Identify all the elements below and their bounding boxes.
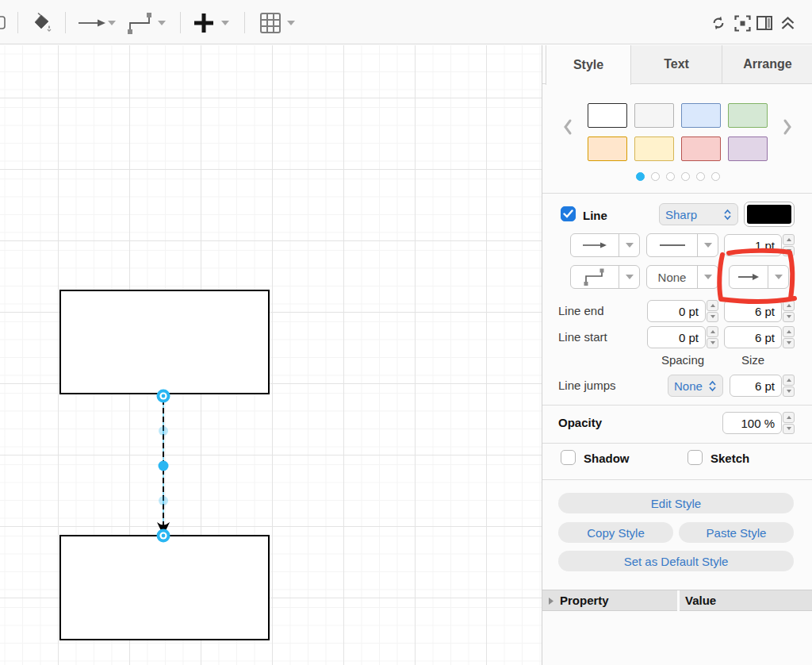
opacity-stepper[interactable] <box>783 412 795 434</box>
clipped-shape-icon[interactable] <box>0 16 6 29</box>
style-swatch[interactable] <box>728 103 768 128</box>
edge-source-handle[interactable] <box>157 390 170 403</box>
opacity-field[interactable]: 100 % <box>722 412 782 434</box>
line-jumps-size-field[interactable]: 6 pt <box>730 375 782 397</box>
line-start-size-stepper[interactable] <box>783 326 795 348</box>
stepper-down-button[interactable] <box>707 338 718 349</box>
pagination-dot[interactable] <box>666 172 675 181</box>
style-swatch[interactable] <box>681 103 721 128</box>
line-end-spacing-stepper[interactable] <box>707 300 718 322</box>
line-pattern-button[interactable] <box>646 233 718 257</box>
style-swatch[interactable] <box>634 103 674 128</box>
pagination-dot[interactable] <box>696 172 705 181</box>
style-swatch[interactable] <box>634 136 674 161</box>
line-start-spacing-stepper[interactable] <box>707 326 718 348</box>
virtual-waypoint-handle[interactable] <box>159 426 168 436</box>
line-color-button[interactable] <box>744 202 795 227</box>
property-table-header[interactable]: Property Value <box>542 590 812 611</box>
stepper-up-button[interactable] <box>707 300 718 311</box>
reset-view-button[interactable] <box>710 14 727 32</box>
pagination-dot[interactable] <box>711 172 720 181</box>
swatch-prev-button[interactable] <box>561 118 574 136</box>
stepper-up-button[interactable] <box>783 234 795 245</box>
table-dropdown[interactable] <box>285 19 297 27</box>
line-end-arrow-dropdown[interactable] <box>768 266 788 288</box>
set-default-style-button[interactable]: Set as Default Style <box>558 551 794 571</box>
tab-arrange[interactable]: Arrange <box>722 45 812 83</box>
waypoint-style-button[interactable] <box>124 10 157 37</box>
drawing-canvas[interactable] <box>0 45 542 665</box>
stepper-down-button[interactable] <box>783 246 795 257</box>
stepper-down-button[interactable] <box>707 312 718 323</box>
waypoints-button[interactable] <box>570 265 640 289</box>
line-end-size-field[interactable]: 6 pt <box>724 300 782 322</box>
paste-style-button[interactable]: Paste Style <box>679 522 794 543</box>
style-swatch[interactable] <box>728 136 768 161</box>
up-arrow-icon <box>787 304 791 307</box>
down-arrow-icon <box>710 315 715 318</box>
stepper-down-button[interactable] <box>783 424 795 435</box>
line-pattern-dropdown[interactable] <box>697 234 718 256</box>
waypoints-dropdown[interactable] <box>619 266 639 288</box>
style-swatch[interactable] <box>588 103 627 128</box>
sketch-checkbox[interactable] <box>688 450 703 465</box>
line-end-size-stepper[interactable] <box>783 300 795 322</box>
table-button[interactable] <box>257 11 284 35</box>
collapse-toolbar-button[interactable] <box>778 13 797 33</box>
insert-dropdown[interactable] <box>220 19 231 27</box>
stepper-up-button[interactable] <box>783 375 795 386</box>
pagination-dot[interactable] <box>636 172 645 181</box>
virtual-waypoint-handle[interactable] <box>159 496 168 505</box>
stepper-down-button[interactable] <box>783 386 795 398</box>
tab-text[interactable]: Text <box>631 45 722 83</box>
line-width-stepper[interactable] <box>783 234 795 256</box>
line-width-field[interactable]: 1 pt <box>724 234 782 256</box>
stepper-down-button[interactable] <box>783 312 795 323</box>
double-chevron-up-icon <box>779 15 796 32</box>
tab-style[interactable]: Style <box>546 45 631 85</box>
line-jumps-select[interactable]: None <box>668 375 723 397</box>
stepper-up-button[interactable] <box>783 326 795 337</box>
midpoint-handle[interactable] <box>159 461 169 471</box>
stepper-down-button[interactable] <box>783 338 795 349</box>
insert-button[interactable] <box>190 11 217 35</box>
pagination-dot[interactable] <box>651 172 660 181</box>
line-end-arrow-button[interactable] <box>729 265 789 289</box>
elbow-connector-icon <box>571 266 619 288</box>
pagination-dot[interactable] <box>681 172 690 181</box>
line-jumps-label: Line jumps <box>558 379 616 392</box>
waypoint-style-dropdown[interactable] <box>156 19 167 27</box>
style-swatch[interactable] <box>588 136 627 161</box>
down-arrow-icon <box>787 315 791 318</box>
swatch-next-button[interactable] <box>781 118 794 136</box>
line-start-arrow-dropdown[interactable] <box>697 266 718 288</box>
edge-target-handle[interactable] <box>157 529 170 543</box>
fill-color-button[interactable] <box>29 10 55 36</box>
down-arrow-icon <box>787 341 791 344</box>
line-style-select[interactable]: Sharp <box>659 203 738 225</box>
line-start-spacing-field[interactable]: 0 pt <box>647 326 706 348</box>
chevron-down-icon <box>626 275 634 279</box>
format-panel-toggle-button[interactable] <box>756 15 773 31</box>
line-end-spacing-field[interactable]: 0 pt <box>647 300 706 322</box>
connection-arrow-button[interactable] <box>76 14 108 32</box>
shadow-checkbox[interactable] <box>561 450 576 465</box>
line-checkbox[interactable] <box>561 206 576 221</box>
copy-style-button[interactable]: Copy Style <box>558 522 673 543</box>
stepper-up-button[interactable] <box>783 412 795 423</box>
line-start-arrow-button[interactable]: None <box>646 265 718 289</box>
line-jumps-size-stepper[interactable] <box>783 375 795 397</box>
selected-connector-edge[interactable] <box>0 45 542 665</box>
line-start-size-field[interactable]: 6 pt <box>724 326 782 348</box>
stepper-up-button[interactable] <box>707 326 718 337</box>
connection-style-button[interactable] <box>570 233 640 257</box>
connection-style-dropdown[interactable] <box>619 234 639 256</box>
connection-arrow-dropdown[interactable] <box>106 19 117 27</box>
style-swatch[interactable] <box>681 136 721 161</box>
up-arrow-icon <box>787 379 791 382</box>
stepper-up-button[interactable] <box>783 300 795 311</box>
value-column-header: Value <box>685 594 716 607</box>
arrow-right-icon <box>571 234 619 256</box>
edit-style-button[interactable]: Edit Style <box>558 493 794 513</box>
fit-page-button[interactable] <box>733 14 752 32</box>
